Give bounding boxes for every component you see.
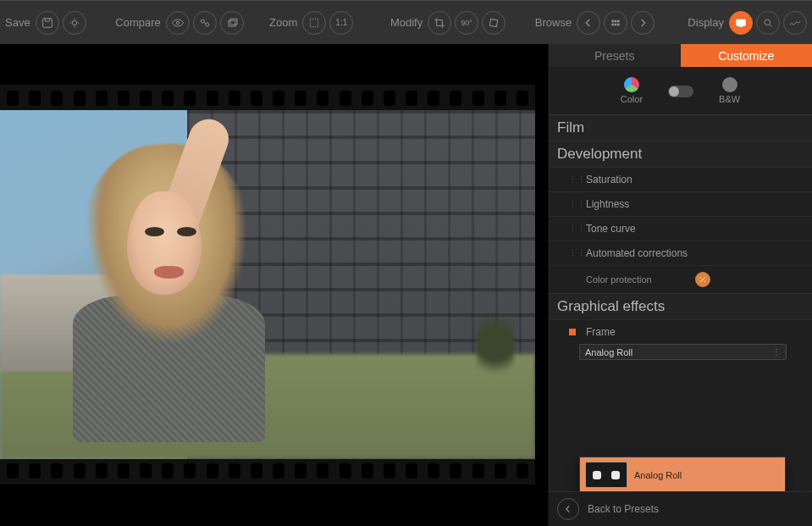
- sections-scroll[interactable]: Film Development ⋮⋮ Saturation ⋮⋮ Lightn…: [549, 114, 812, 491]
- drag-icon: ⋮⋮: [569, 251, 576, 256]
- zoom-label: Zoom: [269, 16, 297, 29]
- image-viewer[interactable]: [0, 44, 548, 526]
- section-development[interactable]: Development: [549, 141, 812, 167]
- svg-rect-5: [229, 20, 235, 26]
- main-area: Presets Customize Color B&W Film Develop…: [0, 44, 812, 526]
- color-bw-toggle[interactable]: [668, 86, 693, 97]
- svg-rect-15: [737, 19, 746, 25]
- svg-point-2: [176, 21, 179, 24]
- section-film[interactable]: Film: [549, 114, 812, 141]
- save-label: Save: [5, 16, 30, 29]
- svg-rect-9: [612, 19, 615, 22]
- frame-dropdown: Analog Roll Analog Flared Roll Analog Cl…: [579, 457, 786, 491]
- item-label: Lightness: [586, 198, 629, 210]
- back-label[interactable]: Back to Presets: [588, 503, 659, 515]
- tab-presets[interactable]: Presets: [549, 44, 681, 67]
- svg-rect-0: [42, 18, 52, 27]
- browse-label: Browse: [535, 16, 572, 29]
- compare-label: Compare: [115, 16, 160, 29]
- item-colorprotection[interactable]: Color protection: [549, 265, 812, 293]
- rgb-icon: [624, 77, 639, 92]
- item-tonecurve[interactable]: ⋮⋮ Tone curve: [549, 216, 812, 241]
- drag-icon: ⋮⋮: [569, 226, 576, 231]
- back-button[interactable]: [557, 498, 579, 520]
- browse-grid-button[interactable]: [604, 11, 627, 35]
- svg-point-17: [765, 19, 771, 25]
- compare-split-button[interactable]: [193, 11, 217, 35]
- bw-icon: [722, 77, 737, 92]
- svg-rect-7: [311, 19, 318, 26]
- magic-wand-icon[interactable]: [695, 272, 710, 287]
- compare-group: Compare: [115, 11, 243, 35]
- modify-label: Modify: [390, 16, 423, 29]
- sprockets-top: [0, 88, 535, 108]
- panel-footer: Back to Presets: [549, 491, 812, 526]
- frame-option-label: Analog Roll: [634, 470, 682, 480]
- top-toolbar: Save Compare Zoom 1:1 Modify 90° Browse …: [0, 0, 812, 44]
- item-lightness[interactable]: ⋮⋮ Lightness: [549, 191, 812, 216]
- mode-row: Color B&W: [549, 67, 812, 114]
- display-detail-button[interactable]: [756, 11, 780, 35]
- photo-content: [0, 110, 535, 459]
- svg-rect-6: [230, 19, 237, 25]
- svg-rect-13: [615, 23, 617, 25]
- panel-tabs: Presets Customize: [549, 44, 812, 67]
- mode-color[interactable]: Color: [621, 77, 643, 104]
- browse-prev-button[interactable]: [577, 11, 600, 35]
- frame-select-value: Analog Roll: [585, 347, 632, 357]
- display-single-button[interactable]: [729, 11, 753, 35]
- browse-next-button[interactable]: [631, 11, 655, 35]
- drag-icon: ⋮⋮: [569, 177, 576, 182]
- item-label: Color protection: [586, 274, 652, 285]
- item-automated[interactable]: ⋮⋮ Automated corrections: [549, 241, 812, 265]
- active-indicator-icon: [569, 329, 576, 335]
- crop-button[interactable]: [428, 11, 451, 35]
- item-saturation[interactable]: ⋮⋮ Saturation: [549, 167, 812, 191]
- display-grid-button[interactable]: [783, 11, 807, 35]
- save-button[interactable]: [36, 11, 59, 35]
- drag-icon: ⋮⋮: [569, 202, 576, 207]
- browse-group: Browse: [535, 11, 655, 35]
- svg-rect-10: [615, 19, 617, 22]
- save-group: Save: [5, 11, 86, 35]
- mode-bw-label: B&W: [719, 94, 740, 104]
- zoom-group: Zoom 1:1: [269, 11, 353, 35]
- frame-thumb-icon: [585, 462, 627, 488]
- display-label: Display: [688, 16, 724, 29]
- svg-rect-8: [490, 19, 498, 26]
- straighten-button[interactable]: [482, 11, 505, 35]
- sprockets-bottom: [0, 461, 535, 481]
- right-panel: Presets Customize Color B&W Film Develop…: [548, 44, 812, 526]
- frame-option-analog[interactable]: Analog Roll: [580, 457, 785, 491]
- zoom-11-button[interactable]: 1:1: [329, 11, 353, 35]
- svg-point-1: [72, 20, 76, 25]
- item-label: Tone curve: [586, 223, 636, 235]
- film-frame: [0, 85, 535, 484]
- frame-select[interactable]: Analog Roll: [579, 344, 787, 360]
- compare-stack-button[interactable]: [220, 11, 244, 35]
- svg-rect-12: [612, 23, 615, 25]
- modify-group: Modify 90°: [390, 11, 505, 35]
- section-graphical[interactable]: Graphical effects: [549, 293, 812, 319]
- svg-rect-14: [617, 23, 620, 25]
- compare-eye-button[interactable]: [166, 11, 190, 35]
- item-frame[interactable]: Frame: [549, 319, 812, 344]
- svg-rect-16: [739, 26, 743, 27]
- zoom-fit-button[interactable]: [302, 11, 326, 35]
- tab-customize[interactable]: Customize: [681, 44, 813, 67]
- item-label: Frame: [586, 326, 616, 338]
- svg-rect-11: [617, 19, 620, 22]
- mode-bw[interactable]: B&W: [719, 77, 740, 104]
- save-as-button[interactable]: [63, 11, 86, 35]
- mode-color-label: Color: [621, 94, 643, 104]
- item-label: Automated corrections: [586, 247, 688, 259]
- rotate-button[interactable]: 90°: [455, 11, 478, 35]
- display-group: Display: [688, 11, 807, 35]
- item-label: Saturation: [586, 174, 632, 185]
